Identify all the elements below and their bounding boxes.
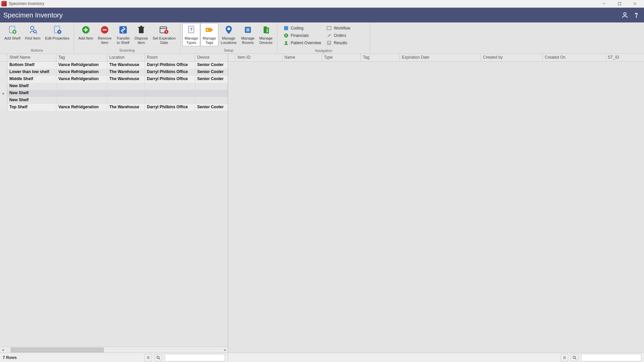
shelf-search-input[interactable] — [165, 354, 225, 361]
shelf-grid-body[interactable]: Bottom ShelfVance RefridgerationThe Ware… — [0, 62, 228, 347]
table-cell: Vance Refridgeration — [56, 69, 107, 76]
page-title: Specimen Inventory — [3, 11, 618, 19]
edit-properties-icon — [52, 25, 62, 35]
table-cell — [107, 83, 145, 90]
scroll-right-icon[interactable]: ▸ — [222, 347, 228, 353]
column-header[interactable]: Expiration Date — [400, 54, 481, 61]
item-grid: Item IDNameTypeTagExpiration DateCreated… — [228, 54, 644, 353]
search-button[interactable] — [155, 354, 162, 361]
scroll-left-icon[interactable]: ◂ — [0, 347, 5, 353]
svg-line-42 — [159, 358, 160, 359]
column-header[interactable]: ST_ID — [606, 54, 644, 61]
manage-tags-button[interactable]: Manage Tags — [200, 23, 218, 46]
svg-text:$: $ — [285, 34, 287, 37]
device-icon: 1 — [261, 25, 271, 35]
table-cell: New Shelf — [7, 90, 56, 97]
item-grid-body[interactable] — [228, 62, 644, 353]
add-item-button[interactable]: Add Item — [76, 23, 96, 42]
workflow-icon — [326, 25, 332, 31]
table-cell — [107, 90, 145, 97]
table-row[interactable]: Bottom ShelfVance RefridgerationThe Ware… — [0, 62, 228, 69]
set-expiration-button[interactable]: Set Expiration Date — [150, 23, 178, 46]
edit-properties-button[interactable]: Edit Properties — [43, 23, 72, 42]
column-header[interactable]: Tag — [361, 54, 400, 61]
help-icon[interactable] — [632, 11, 641, 19]
dispose-item-button[interactable]: Dispose Item — [132, 23, 150, 46]
table-row[interactable]: Middle ShelfVance RefridgerationThe Ware… — [0, 76, 228, 83]
column-header[interactable]: Location — [107, 54, 145, 61]
nav-financials-label: Financials — [291, 33, 309, 38]
column-header[interactable]: Item ID — [235, 54, 282, 61]
column-header[interactable]: Tag — [56, 54, 107, 61]
nav-orders[interactable]: Orders — [325, 32, 365, 39]
shelf-grid-hscroll[interactable]: ◂ ▸ — [0, 347, 228, 353]
nav-financials[interactable]: $ Financials — [282, 32, 325, 39]
close-button[interactable] — [627, 0, 643, 7]
trash-icon — [136, 25, 146, 35]
nav-coding[interactable]: Coding — [282, 24, 325, 32]
remove-item-button[interactable]: Remove Item — [96, 23, 114, 46]
column-header[interactable]: Name — [282, 54, 322, 61]
ribbon-group-scanning: Add Item Remove Item Transfer to Shelf D… — [74, 22, 180, 54]
row-indicator-header — [0, 54, 7, 61]
table-cell: Vance Refridgeration — [56, 76, 107, 83]
svg-rect-32 — [284, 26, 288, 30]
nav-results[interactable]: Results — [325, 39, 365, 47]
column-header[interactable]: Room — [145, 54, 195, 61]
table-row[interactable]: New Shelf — [0, 97, 228, 104]
find-item-button[interactable]: Find Item — [23, 23, 43, 42]
column-header[interactable]: Type — [322, 54, 361, 61]
svg-point-26 — [227, 27, 230, 30]
transfer-label: Transfer to Shelf — [116, 36, 130, 45]
column-header[interactable]: Shelf Name — [7, 54, 56, 61]
manage-devices-button[interactable]: 1 Manage Devices — [257, 23, 275, 46]
svg-line-47 — [575, 358, 576, 359]
column-header[interactable]: Created by — [481, 54, 543, 61]
row-indicator: ▸ — [0, 90, 7, 97]
user-icon[interactable] — [621, 11, 629, 19]
patient-icon — [283, 40, 289, 46]
table-row[interactable]: Lower than low shelfVance Refridgeration… — [0, 69, 228, 76]
location-pin-icon — [224, 25, 234, 35]
table-cell: New Shelf — [7, 83, 56, 90]
table-row[interactable]: Top ShelfVance RefridgerationThe Warehou… — [0, 104, 228, 111]
table-cell: The Warehouse — [107, 69, 145, 76]
hscroll-thumb[interactable] — [11, 348, 104, 352]
transfer-to-shelf-button[interactable]: Transfer to Shelf — [114, 23, 132, 46]
list-options-button-right[interactable] — [561, 354, 568, 361]
column-header[interactable]: Created On — [543, 54, 606, 61]
table-cell: Top Shelf — [7, 104, 56, 111]
ribbon-group-actions: Add Shelf Find Item Edit Properties Acti… — [0, 22, 74, 54]
item-search-input[interactable] — [581, 354, 641, 361]
nav-coding-label: Coding — [291, 26, 304, 31]
add-shelf-button[interactable]: Add Shelf — [2, 23, 23, 42]
svg-text:1: 1 — [266, 29, 268, 33]
hscroll-track[interactable] — [11, 347, 217, 353]
manage-locations-button[interactable]: Manage Locations — [218, 23, 239, 46]
nav-workflow[interactable]: Workflow — [325, 24, 365, 32]
list-options-button[interactable] — [145, 354, 152, 361]
row-indicator-header — [228, 54, 235, 61]
nav-orders-label: Orders — [334, 33, 346, 38]
nav-results-label: Results — [334, 41, 347, 45]
manage-rooms-button[interactable]: Manage Rooms — [239, 23, 257, 46]
nav-patient-overview[interactable]: Patient Overview — [282, 39, 325, 47]
row-count-label: 7 Rows — [3, 355, 142, 360]
table-cell: The Warehouse — [107, 104, 145, 111]
search-button-right[interactable] — [571, 354, 578, 361]
shelf-grid-header: Shelf NameTagLocationRoomDevice — [0, 54, 228, 62]
svg-rect-18 — [138, 27, 144, 28]
coding-icon — [283, 25, 289, 31]
table-cell: The Warehouse — [107, 76, 145, 83]
table-row[interactable]: New Shelf — [0, 83, 228, 90]
row-indicator — [0, 62, 7, 69]
maximize-button[interactable] — [612, 0, 627, 7]
minimize-button[interactable] — [596, 0, 612, 7]
table-cell: Darryl Philbins Office — [145, 76, 195, 83]
svg-rect-36 — [327, 26, 331, 30]
table-row[interactable]: ▸New Shelf — [0, 90, 228, 97]
content-area: Shelf NameTagLocationRoomDevice Bottom S… — [0, 54, 644, 353]
manage-types-button[interactable]: ? Manage Types — [182, 23, 201, 46]
table-cell — [145, 83, 195, 90]
column-header[interactable]: Device — [195, 54, 228, 61]
